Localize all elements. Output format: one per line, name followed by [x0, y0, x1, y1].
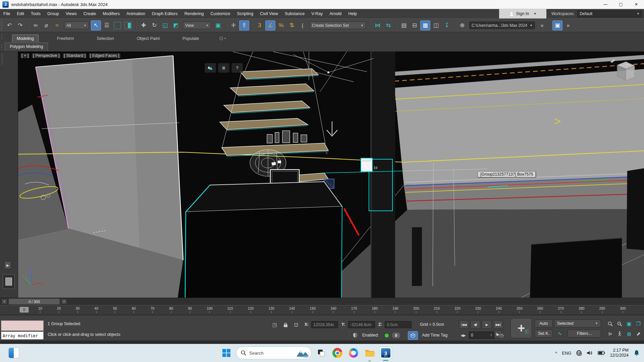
viewport-help-icon[interactable]: ?: [231, 63, 243, 73]
percent-snap-toggle-icon[interactable]: %: [276, 20, 286, 31]
slate-material-editor-icon[interactable]: ◫: [431, 20, 441, 31]
select-and-place-icon[interactable]: ⇧: [239, 20, 249, 31]
menu-v-ray[interactable]: V-Ray: [308, 9, 326, 18]
file-explorer-icon[interactable]: [363, 347, 376, 359]
menu-scripting[interactable]: Scripting: [233, 9, 257, 18]
sign-in-button[interactable]: Sign In ▼: [499, 9, 546, 18]
go-to-end-button[interactable]: ▶▶|: [493, 320, 503, 329]
previous-frame-playback-button[interactable]: ◀‖: [470, 320, 480, 329]
use-pivot-point-center-icon[interactable]: ▣: [213, 20, 223, 31]
x-coord-field[interactable]: 12028.354c: [311, 321, 338, 328]
tab-object-paint[interactable]: Object Paint: [132, 35, 164, 42]
set-keys-button[interactable]: + ⚿: [511, 318, 532, 338]
zoom-extents-all-icon[interactable]: ❒: [634, 319, 643, 328]
y-coord-field[interactable]: -32146.6cm: [348, 321, 375, 328]
current-frame-field[interactable]: 0 ⇕: [469, 331, 494, 339]
viewport-menu-pov[interactable]: [ Perspective ]: [32, 53, 60, 58]
maxscript-macro-recorder[interactable]: [1, 320, 44, 331]
clock[interactable]: 2:17 PM 12/1/2024: [610, 348, 629, 358]
drag-handle-icon[interactable]: [1, 54, 3, 65]
spinner-snap-toggle-icon[interactable]: ⇅: [287, 20, 297, 31]
select-object-icon[interactable]: ↖: [91, 20, 101, 31]
go-to-start-button[interactable]: |◀◀: [459, 320, 469, 329]
select-and-move-icon[interactable]: ✚: [139, 20, 149, 31]
key-filters-curve-icon[interactable]: ∿: [554, 329, 566, 338]
track-bar[interactable]: 0102030405060708090100110120130140150160…: [0, 305, 644, 315]
menu-views[interactable]: Views: [62, 9, 80, 18]
search-input[interactable]: Search: [236, 347, 312, 359]
select-and-link-icon[interactable]: ∞: [31, 20, 41, 31]
isolate-selection-icon[interactable]: ⊗: [457, 20, 467, 31]
isolate-cube-button[interactable]: [408, 331, 418, 340]
viewport-layout-tab-button[interactable]: [3, 274, 15, 289]
edit-named-selection-sets-icon[interactable]: {: [298, 20, 308, 31]
perspective-viewport[interactable]: x: [18, 52, 644, 298]
orbit-icon[interactable]: ◍: [625, 329, 634, 338]
field-of-view-icon[interactable]: ⊳: [606, 329, 615, 338]
project-folder-dropdown[interactable]: C:\Users\arma...\3ds Max 2024▼: [469, 21, 535, 29]
menu-customize[interactable]: Customize: [207, 9, 233, 18]
tab-polygon-modeling[interactable]: Polygon Modeling: [5, 43, 48, 51]
menu-tools[interactable]: Tools: [28, 9, 44, 18]
undo-icon[interactable]: ↶: [4, 20, 14, 31]
selection-lock-icon[interactable]: [281, 321, 290, 329]
toggle-ribbon-icon[interactable]: ▦: [420, 20, 430, 31]
spinner-arrows-icon[interactable]: ⇕: [490, 334, 492, 337]
menu-arnold[interactable]: Arnold: [326, 9, 345, 18]
render-production-icon[interactable]: ▣: [552, 20, 562, 31]
tab-selection[interactable]: Selection: [92, 35, 118, 42]
add-time-tag[interactable]: Add Time Tag: [422, 333, 447, 338]
notification-bell-icon[interactable]: [633, 350, 640, 356]
time-tag-shield-icon[interactable]: [351, 331, 360, 339]
menu-help[interactable]: Help: [345, 9, 360, 18]
bind-to-space-warp-icon[interactable]: ≈: [52, 20, 62, 31]
redo-icon[interactable]: ↷: [15, 20, 25, 31]
angle-snap-toggle-icon[interactable]: ∠: [265, 20, 275, 31]
select-and-scale-icon[interactable]: ◱: [160, 20, 170, 31]
frame-indicator[interactable]: 0 / 300: [9, 299, 60, 304]
task-view-icon[interactable]: [315, 347, 328, 359]
selection-set-dropdown[interactable]: Selected ▼: [554, 319, 601, 327]
menu-file[interactable]: File: [0, 9, 13, 18]
tab-populate[interactable]: Populate: [178, 35, 203, 42]
previous-frame-button[interactable]: <: [1, 299, 7, 304]
next-frame-button[interactable]: >: [61, 299, 67, 304]
widgets-icon[interactable]: [9, 348, 19, 358]
time-slider-handle[interactable]: 0: [19, 307, 29, 313]
viewport-menu-shading[interactable]: [ Standard ]: [63, 53, 87, 58]
select-by-name-icon[interactable]: ☰: [102, 20, 112, 31]
render-setup-icon[interactable]: ↧: [442, 20, 452, 31]
menu-group[interactable]: Group: [44, 9, 62, 18]
walk-through-icon[interactable]: [615, 329, 624, 338]
select-similar-icon[interactable]: ◩: [171, 20, 181, 31]
selection-filter-dropdown[interactable]: All▼: [64, 21, 89, 29]
3ds-max-taskbar-icon[interactable]: 3 MAX: [379, 347, 392, 359]
select-and-manipulate-icon[interactable]: ✛: [228, 20, 238, 31]
start-button[interactable]: [220, 347, 233, 359]
time-configuration-icon[interactable]: ◷: [497, 331, 506, 339]
play-button[interactable]: ▶: [482, 320, 492, 329]
menu-create[interactable]: Create: [80, 9, 100, 18]
close-button[interactable]: ✕: [629, 0, 644, 9]
minimize-button[interactable]: —: [598, 0, 613, 9]
maximize-button[interactable]: ▢: [613, 0, 629, 9]
zoom-icon[interactable]: [606, 319, 615, 328]
window-crossing-icon[interactable]: [124, 22, 132, 29]
layer-explorer-icon[interactable]: ▤: [399, 20, 409, 31]
ribbon-config-icon[interactable]: ▾: [219, 37, 226, 42]
toolbar-overflow-icon[interactable]: »: [537, 20, 547, 31]
named-selection-sets-dropdown[interactable]: Create Selection Set▼: [310, 21, 366, 29]
auto-key-button[interactable]: Auto: [535, 319, 553, 327]
battery-icon[interactable]: [598, 351, 605, 355]
copilot-icon[interactable]: [347, 347, 360, 359]
zoom-region-icon[interactable]: [615, 319, 624, 328]
menu-substance[interactable]: Substance: [281, 9, 308, 18]
chrome-icon[interactable]: [331, 347, 344, 359]
key-mode-toggle[interactable]: ◀▶: [459, 331, 468, 339]
scene-explorer-icon[interactable]: ⊟: [410, 20, 420, 31]
mirror-icon[interactable]: ⋈: [373, 20, 383, 31]
menu-rendering[interactable]: Rendering: [181, 9, 207, 18]
menu-animation[interactable]: Animation: [123, 9, 149, 18]
menu-civil-view[interactable]: Civil View: [257, 9, 281, 18]
menu-modifiers[interactable]: Modifiers: [99, 9, 123, 18]
